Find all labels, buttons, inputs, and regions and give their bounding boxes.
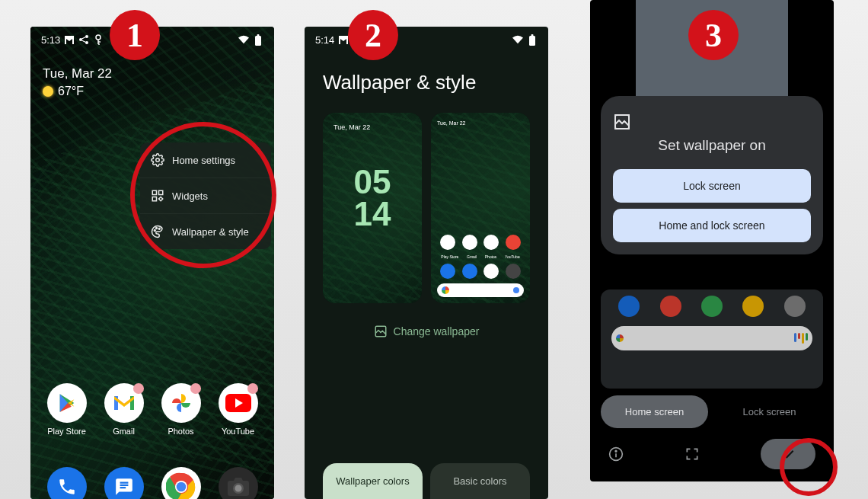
- confirm-button[interactable]: [761, 439, 815, 469]
- messages-icon: [104, 467, 144, 499]
- phone-screenshot-3: Set wallpaper on Lock screen Home and lo…: [590, 0, 834, 481]
- app-chrome[interactable]: [157, 467, 206, 499]
- lock-preview-date: Tue, Mar 22: [333, 123, 370, 131]
- change-wallpaper-button[interactable]: Change wallpaper: [305, 325, 548, 338]
- battery-icon: [527, 34, 538, 45]
- svg-point-3: [96, 35, 101, 40]
- fullscreen-icon[interactable]: [685, 446, 700, 462]
- app-label: Photos: [168, 427, 193, 436]
- weather-temp[interactable]: 67°F: [43, 85, 112, 98]
- status-time: 5:14: [315, 34, 334, 46]
- home-longpress-menu: Home settings Widgets Wallpaper & style: [140, 142, 271, 249]
- app-gmail[interactable]: Gmail: [100, 383, 148, 436]
- mic-icon: [794, 333, 808, 344]
- svg-rect-7: [152, 190, 156, 194]
- svg-rect-9: [152, 197, 156, 201]
- app-phone[interactable]: [43, 467, 91, 499]
- notification-dot: [190, 383, 201, 394]
- menu-widgets[interactable]: Widgets: [140, 178, 271, 214]
- wifi-icon: [238, 34, 249, 45]
- lock-preview-clock: 05 14: [323, 166, 422, 230]
- wallpaper-dialog-icon: [613, 113, 811, 131]
- widgets-icon: [151, 189, 164, 203]
- home-app-row: Play Store Gmail Photos YouTube: [30, 383, 274, 436]
- app-label: YouTube: [222, 427, 254, 436]
- svg-point-18: [176, 482, 186, 492]
- google-logo-icon: [616, 334, 624, 342]
- gmail-icon: [104, 383, 144, 423]
- chrome-icon: [161, 467, 201, 499]
- wallpaper-previews: Tue, Mar 22 05 14 Tue, Mar 22 Play Store…: [305, 113, 548, 303]
- menu-label: Home settings: [172, 155, 235, 166]
- step-badge-3: 3: [688, 10, 739, 60]
- app-messages[interactable]: [100, 467, 148, 499]
- mini-date: Tue, Mar 22: [437, 120, 465, 126]
- option-home-and-lock[interactable]: Home and lock screen: [613, 209, 811, 242]
- tab-wallpaper-colors[interactable]: Wallpaper colors: [323, 463, 423, 499]
- share-status-icon: [78, 34, 89, 45]
- notification-dot: [133, 383, 144, 394]
- palette-icon: [151, 225, 164, 238]
- photos-icon: [161, 383, 201, 423]
- svg-point-6: [156, 158, 160, 162]
- status-bar: 5:14: [305, 27, 548, 50]
- status-time: 5:13: [41, 34, 60, 46]
- gear-icon: [151, 153, 164, 167]
- svg-point-12: [156, 228, 158, 229]
- weather-date[interactable]: Tue, Mar 22: [43, 66, 112, 82]
- svg-rect-10: [158, 197, 162, 200]
- tab-basic-colors[interactable]: Basic colors: [430, 463, 530, 499]
- set-wallpaper-dialog: Set wallpaper on Lock screen Home and lo…: [601, 96, 823, 254]
- menu-home-settings[interactable]: Home settings: [140, 142, 271, 178]
- app-label: Play Store: [47, 427, 86, 436]
- check-icon: [780, 446, 796, 462]
- menu-label: Widgets: [172, 190, 208, 202]
- dialog-title: Set wallpaper on: [613, 137, 811, 154]
- menu-wallpaper-style[interactable]: Wallpaper & style: [140, 214, 271, 249]
- key-status-icon: [93, 34, 104, 45]
- phone-screenshot-1: 5:13 Tue, Mar 22 67°F: [30, 27, 274, 499]
- phone-icon: [47, 467, 87, 499]
- homescreen-preview[interactable]: Tue, Mar 22 Play Store Gmail Photos YouT…: [431, 113, 530, 303]
- camera-icon: [219, 467, 258, 499]
- gmail-status-icon: [64, 34, 75, 45]
- mini-search-bar: [437, 283, 524, 297]
- app-camera[interactable]: [214, 467, 263, 499]
- svg-point-11: [154, 230, 155, 232]
- step-badge-2: 2: [348, 10, 398, 60]
- preview-target-tabs: Home screen Lock screen: [601, 395, 823, 428]
- mini-search-bar: [611, 326, 812, 350]
- svg-rect-5: [257, 34, 260, 37]
- app-photos[interactable]: Photos: [157, 383, 206, 436]
- play-store-icon: [47, 383, 87, 423]
- at-a-glance-widget[interactable]: Tue, Mar 22 67°F: [43, 66, 112, 98]
- svg-rect-4: [255, 36, 261, 46]
- svg-point-2: [85, 41, 88, 44]
- sunny-icon: [43, 86, 53, 97]
- step-badge-1: 1: [110, 10, 160, 60]
- menu-label: Wallpaper & style: [172, 226, 249, 238]
- phone-screenshot-2: 5:14 Wallpaper & style Tue, Mar 22 05: [305, 27, 548, 499]
- option-lock-screen[interactable]: Lock screen: [613, 169, 811, 203]
- wallpaper-icon: [374, 325, 388, 338]
- svg-point-13: [158, 228, 160, 229]
- wifi-icon: [512, 34, 523, 45]
- svg-point-21: [235, 485, 241, 492]
- home-preview-grid: Play Store Gmail Photos YouTube: [437, 235, 524, 297]
- color-source-tabs: Wallpaper colors Basic colors: [305, 463, 548, 499]
- app-label: Gmail: [113, 427, 135, 436]
- info-icon[interactable]: [608, 446, 624, 462]
- tab-lock-screen[interactable]: Lock screen: [716, 395, 823, 428]
- svg-point-1: [85, 35, 88, 38]
- youtube-icon: [219, 383, 258, 423]
- page-title: Wallpaper & style: [305, 50, 548, 113]
- notification-dot: [247, 383, 258, 394]
- lockscreen-preview[interactable]: Tue, Mar 22 05 14: [323, 113, 422, 303]
- app-play-store[interactable]: Play Store: [43, 383, 91, 436]
- change-wallpaper-label: Change wallpaper: [394, 325, 480, 337]
- svg-rect-8: [159, 190, 163, 194]
- svg-point-31: [615, 450, 617, 452]
- app-youtube[interactable]: YouTube: [214, 383, 263, 436]
- tab-home-screen[interactable]: Home screen: [601, 395, 708, 428]
- battery-icon: [253, 34, 263, 45]
